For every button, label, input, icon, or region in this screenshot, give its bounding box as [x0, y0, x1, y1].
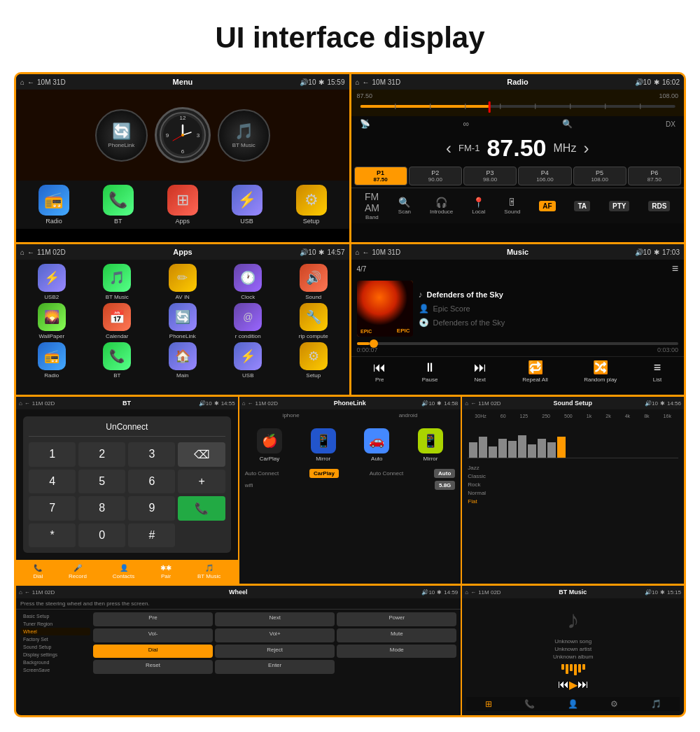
wheel-enter[interactable]: Enter	[215, 660, 335, 674]
app-rcond[interactable]: @ r condition	[217, 303, 280, 339]
menu-app-apps[interactable]: ⊞ Apps	[167, 185, 198, 225]
style-flat[interactable]: Flat	[468, 498, 678, 505]
random-btn[interactable]: 🔀 Random play	[584, 360, 617, 383]
back-icon-a[interactable]: ←	[27, 248, 34, 256]
preset-p5[interactable]: P5108.00	[573, 167, 626, 185]
home-icon-bt[interactable]: ⌂	[19, 400, 22, 407]
app-clock[interactable]: 🕐 Clock	[217, 264, 280, 300]
record-btn[interactable]: 🎤 Record	[69, 564, 87, 579]
freq-next[interactable]: ›	[583, 139, 589, 158]
num-del[interactable]: ⌫	[178, 442, 225, 467]
app-phonelink[interactable]: 🔄 PhoneLink	[151, 303, 214, 339]
preset-p3[interactable]: P398.00	[463, 167, 517, 185]
home-icon-m[interactable]: ⌂	[356, 248, 360, 256]
back-icon-pl[interactable]: ←	[248, 400, 253, 407]
btmusic-circle[interactable]: 🎵 BT Music	[218, 109, 270, 162]
num-6[interactable]: 6	[128, 470, 175, 493]
app-bt2[interactable]: 📞 BT	[86, 342, 149, 379]
menu-app-setup[interactable]: ⚙ Setup	[296, 185, 327, 225]
num-0[interactable]: 0	[78, 523, 125, 547]
app-avin[interactable]: ✏ AV IN	[151, 264, 214, 300]
num-call[interactable]: 📞	[178, 496, 225, 521]
scan-btn[interactable]: 🔍 Scan	[398, 197, 411, 215]
back-icon-r[interactable]: ←	[363, 78, 370, 86]
phonelink-circle[interactable]: 🔄 PhoneLink	[95, 109, 148, 162]
wheel-screensave[interactable]: ScreenSave	[20, 666, 90, 674]
preset-p4[interactable]: P4106.00	[518, 167, 571, 185]
sound-btn[interactable]: 🎚 Sound	[504, 197, 520, 215]
btm-grid-icon[interactable]: ⊞	[485, 699, 492, 709]
app-main[interactable]: 🏠 Main	[151, 342, 214, 379]
pl-android-mirror[interactable]: 📱 Mirror	[406, 428, 456, 462]
pl-carplay[interactable]: 🍎 CarPlay	[245, 428, 295, 462]
menu-app-bt[interactable]: 📞 BT	[103, 185, 134, 225]
introduce-btn[interactable]: 🎧 Introduce	[430, 197, 453, 215]
app-setup2[interactable]: ⚙ Setup	[282, 342, 345, 379]
wheel-power[interactable]: Power	[337, 612, 456, 626]
wheel-sound-setup[interactable]: Sound Setup	[20, 643, 90, 651]
playlist-icon[interactable]: ≡	[672, 262, 678, 275]
pair-btn[interactable]: ✱✱ Pair	[160, 564, 172, 579]
btm-music-icon[interactable]: 🎵	[651, 699, 662, 709]
prev-btn[interactable]: ⏮ Pre	[373, 360, 386, 383]
wheel-tuner[interactable]: Tuner Region	[20, 620, 90, 628]
btm-contact-icon[interactable]: 👤	[568, 699, 578, 709]
local-btn[interactable]: 📍 Local	[472, 197, 485, 215]
pl-auto[interactable]: 🚗 Auto	[352, 428, 402, 462]
pty-btn[interactable]: PTY	[609, 201, 629, 211]
app-wallpaper[interactable]: 🌄 WallPaper	[20, 303, 83, 339]
wheel-reject[interactable]: Reject	[215, 645, 335, 659]
wheel-dial[interactable]: Dial	[93, 645, 213, 659]
btm-play[interactable]: ▶	[569, 678, 578, 691]
app-usb3[interactable]: ⚡ USB	[217, 342, 280, 379]
freq-prev[interactable]: ‹	[446, 139, 451, 158]
wheel-vol-down[interactable]: Vol-	[93, 628, 213, 642]
wheel-reset[interactable]: Reset	[93, 660, 213, 674]
pl-mirror[interactable]: 📱 Mirror	[298, 428, 348, 462]
wheel-basic-setup[interactable]: Basic Setup	[20, 612, 90, 620]
num-4[interactable]: 4	[29, 470, 76, 493]
app-btmusic[interactable]: 🎵 BT Music	[86, 264, 149, 300]
ta-btn[interactable]: TA	[574, 201, 590, 211]
home-icon-w[interactable]: ⌂	[19, 589, 22, 596]
home-icon-a[interactable]: ⌂	[20, 248, 24, 256]
back-icon-btm[interactable]: ←	[470, 589, 476, 596]
style-classic[interactable]: Classic	[468, 472, 678, 480]
af-btn[interactable]: AF	[539, 201, 555, 211]
app-usb2[interactable]: ⚡ USB2	[20, 264, 83, 300]
app-radio2[interactable]: 📻 Radio	[20, 342, 83, 379]
home-icon-pl[interactable]: ⌂	[242, 400, 246, 407]
style-jazz[interactable]: Jazz	[468, 464, 678, 472]
preset-p2[interactable]: P290.00	[409, 167, 462, 185]
btm-phone-icon[interactable]: 📞	[524, 699, 535, 709]
num-2[interactable]: 2	[78, 442, 125, 467]
back-icon-s[interactable]: ←	[470, 400, 476, 407]
num-9[interactable]: 9	[128, 496, 175, 521]
rds-btn[interactable]: RDS	[648, 201, 670, 211]
list-btn[interactable]: ≡ List	[653, 360, 662, 383]
num-7[interactable]: 7	[29, 496, 76, 521]
preset-p6[interactable]: P687.50	[628, 167, 681, 185]
wheel-display[interactable]: Display settings	[20, 651, 90, 659]
wheel-wheel[interactable]: Wheel	[20, 628, 90, 635]
back-icon[interactable]: ←	[27, 78, 34, 86]
wheel-pre[interactable]: Pre	[93, 612, 213, 626]
dial-btn[interactable]: 📞 Dial	[33, 564, 43, 579]
num-1[interactable]: 1	[29, 442, 76, 467]
app-sound[interactable]: 🔊 Sound	[282, 264, 345, 300]
wheel-vol-up[interactable]: Vol+	[215, 628, 335, 642]
num-3[interactable]: 3	[128, 442, 175, 467]
band-btn[interactable]: FMAM Band	[365, 191, 379, 220]
btm-settings-icon[interactable]: ⚙	[610, 699, 618, 709]
btmusic-btn[interactable]: 🎵 BT Music	[197, 564, 220, 579]
wheel-mute[interactable]: Mute	[337, 628, 456, 642]
wheel-mode[interactable]: Mode	[337, 645, 456, 659]
pl-auto-btn[interactable]: Auto	[434, 469, 455, 478]
pause-btn[interactable]: ⏸ Pause	[422, 360, 438, 383]
home-icon-btm[interactable]: ⌂	[465, 589, 468, 596]
pl-5g-btn[interactable]: 5.8G	[435, 481, 455, 490]
home-icon-s[interactable]: ⌂	[465, 400, 468, 407]
wheel-bg[interactable]: Background	[20, 659, 90, 666]
preset-p1[interactable]: P187.50	[354, 167, 407, 185]
app-calendar[interactable]: 📅 Calendar	[86, 303, 149, 339]
